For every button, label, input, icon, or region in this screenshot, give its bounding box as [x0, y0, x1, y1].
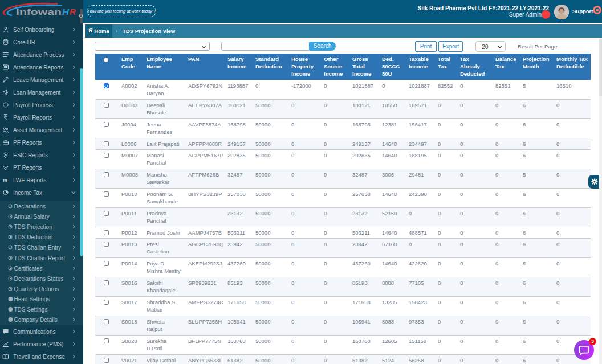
- svg-text:m: m: [3, 177, 7, 183]
- svg-text:H: H: [62, 7, 70, 17]
- svg-text:R: R: [70, 7, 76, 17]
- svg-text:Infowan: Infowan: [16, 7, 62, 17]
